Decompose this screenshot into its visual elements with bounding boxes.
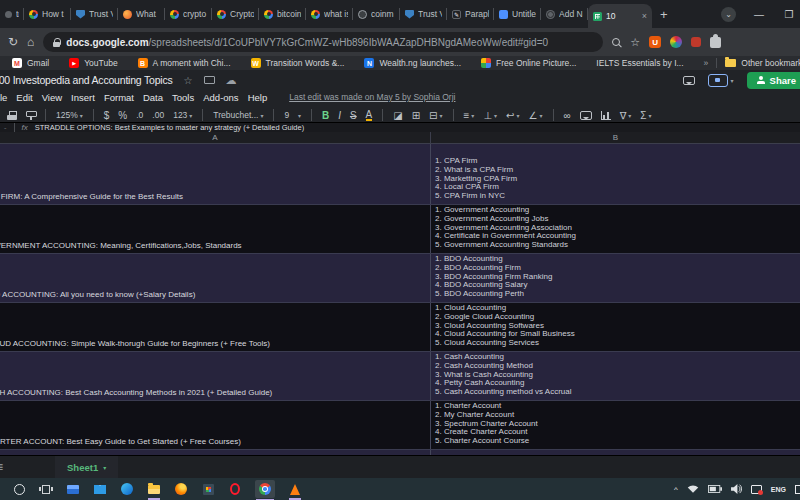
menu-tools[interactable]: Tools [172,92,194,103]
insert-chart-button[interactable] [601,111,611,120]
tray-expand-icon[interactable]: ^ [674,485,678,494]
cell-b5[interactable]: 1. Cash Accounting2. Cash Accounting Met… [431,352,800,400]
all-sheets-menu-icon[interactable]: ≡ [0,460,3,474]
browser-tab[interactable]: How t [24,0,71,28]
window-minimize-button[interactable]: — [752,9,766,20]
refresh-icon[interactable]: ↻ [8,35,18,49]
comment-history-icon[interactable] [683,76,695,85]
volume-icon[interactable] [731,484,742,494]
text-wrap-button[interactable]: ↩▾ [506,110,519,121]
insert-comment-button[interactable] [580,111,592,120]
column-header-a[interactable]: A [0,132,431,143]
cell-b6[interactable]: 1. Charter Account2. My Charter Account3… [431,401,800,449]
window-maximize-button[interactable]: ❐ [782,9,796,20]
more-formats-select[interactable]: 123▾ [173,110,192,120]
font-select[interactable]: Trebuchet...▾ [213,110,263,120]
fill-color-button[interactable]: ◪ [393,110,402,121]
cell-b2[interactable]: 1. Government Accounting2. Government Ac… [431,205,800,253]
merge-cells-button[interactable]: ⊟▾ [429,110,442,121]
bookmark-wealth-ng[interactable]: NWealth.ng launches... [364,58,461,68]
move-to-folder-icon[interactable] [204,76,215,84]
zoom-indicator-icon[interactable] [612,38,621,47]
browser-tab[interactable]: Add N [541,0,588,28]
bookmark-blog[interactable]: BA moment with Chi... [138,58,231,68]
menu-format[interactable]: Format [104,92,134,103]
bold-button[interactable]: B [322,110,329,121]
print-icon[interactable] [7,111,17,120]
formula-bar[interactable]: - fx STRADDLE OPTIONS: Best Examples to … [0,122,800,132]
browser-tab[interactable]: trust w [0,0,24,28]
horizontal-align-button[interactable]: ≡▾ [464,110,475,121]
opera-icon[interactable] [228,482,242,497]
menu-edit[interactable]: Edit [16,92,32,103]
browser-tab[interactable]: what is [306,0,353,28]
last-edit-link[interactable]: Last edit was made on May 5 by Sophia Or… [289,92,455,102]
cell-b1[interactable]: 1. CPA Firm2. What is a CPA Firm3. Marke… [431,144,800,204]
insert-link-button[interactable]: ∞ [564,110,571,121]
bookmark-star-icon[interactable]: ☆ [630,36,640,49]
text-color-button[interactable]: A [366,110,373,121]
decrease-decimal-icon[interactable]: .0 [136,110,143,120]
menu-file[interactable]: File [0,92,7,103]
menu-insert[interactable]: Insert [71,92,95,103]
bookmark-free-online-picture[interactable]: Free Online Picture... [481,58,576,68]
browser-tab[interactable]: crypto [165,0,212,28]
mail-icon[interactable] [93,482,107,497]
text-rotation-button[interactable]: ∠▾ [529,110,543,121]
browser-tab[interactable]: Trust V [400,0,447,28]
cell-a2[interactable]: GOVERNMENT ACCOUNTING: Meaning, Certific… [0,205,431,253]
browser-tab[interactable]: Crypto [212,0,259,28]
task-view-icon[interactable] [39,482,53,497]
tab-close-icon[interactable]: × [642,11,647,21]
strikethrough-button[interactable]: S [350,110,357,121]
borders-button[interactable]: ⊞ [412,110,420,121]
extension-u-icon[interactable]: U [649,36,661,48]
cell-a5[interactable]: CASH ACCOUNTING: Best Cash Accounting Me… [0,352,431,400]
browser-tab[interactable]: What [118,0,165,28]
file-explorer-icon[interactable] [147,482,161,497]
cell-b3[interactable]: 1. BDO Accounting2. BDO Accounting Firm3… [431,254,800,302]
display-settings-icon[interactable] [66,482,80,497]
bookmarks-overflow-chevron[interactable]: » [704,58,709,68]
italic-button[interactable]: I [338,110,341,121]
cell-a1[interactable]: CPA FIRM: A Comprehensive Guide for the … [0,144,431,204]
cell-b4[interactable]: 1. Cloud Accounting2. Google Cloud Accou… [431,303,800,351]
bookmark-transition-words[interactable]: WTransition Words &... [251,58,345,68]
vlc-icon[interactable] [288,482,302,497]
browser-tab-active[interactable]: 10× [588,4,652,28]
browser-tab[interactable]: Untitle [494,0,541,28]
tab-search-icon[interactable]: ⌄ [721,7,736,22]
screencast-notification-icon[interactable] [751,485,762,494]
chrome-icon-active[interactable] [255,480,275,498]
microsoft-store-icon[interactable] [201,482,215,497]
format-percent-icon[interactable]: % [118,110,127,121]
bookmark-ielts[interactable]: IELTS Essentials by I... [596,58,683,68]
formula-value[interactable]: STRADDLE OPTIONS: Best Examples to maste… [35,123,304,132]
cell-a3[interactable]: BDO ACCOUNTING: All you need to know (+S… [0,254,431,302]
sheet-tab-sheet1[interactable]: Sheet1▾ [55,456,118,478]
document-title[interactable]: 100 Investopedia and Accounting Topics [0,74,173,86]
font-size-select[interactable]: 9 ▾ [284,110,300,120]
vertical-align-button[interactable]: ⊥▾ [483,110,497,121]
increase-decimal-icon[interactable]: .00 [152,110,164,120]
browser-tab[interactable]: Trust V [71,0,118,28]
wifi-icon[interactable] [687,484,699,494]
browser-tab[interactable]: coinm [353,0,400,28]
menu-view[interactable]: View [42,92,62,103]
cell-a4[interactable]: CLOUD ACCOUNTING: Simple Walk-thorugh Gu… [0,303,431,351]
extension-icon[interactable] [691,37,701,47]
browser-tab[interactable]: bitcoin [259,0,306,28]
home-icon[interactable]: ⌂ [27,35,34,49]
touch-keyboard-icon-partial[interactable] [795,485,800,494]
present-button[interactable]: ▾ [708,74,734,87]
share-button[interactable]: Share [747,72,800,89]
filter-button[interactable]: ∇▾ [620,110,632,121]
new-tab-button[interactable]: + [660,7,668,22]
firefox-icon[interactable] [174,482,188,497]
zoom-select[interactable]: 125%▾ [56,110,83,120]
cortana-icon[interactable] [12,482,26,497]
functions-button[interactable]: Σ▾ [640,110,651,121]
battery-icon[interactable] [708,485,722,493]
menu-data[interactable]: Data [143,92,163,103]
cell-a6[interactable]: CHARTER ACCOUNT: Best Easy Guide to Get … [0,401,431,449]
